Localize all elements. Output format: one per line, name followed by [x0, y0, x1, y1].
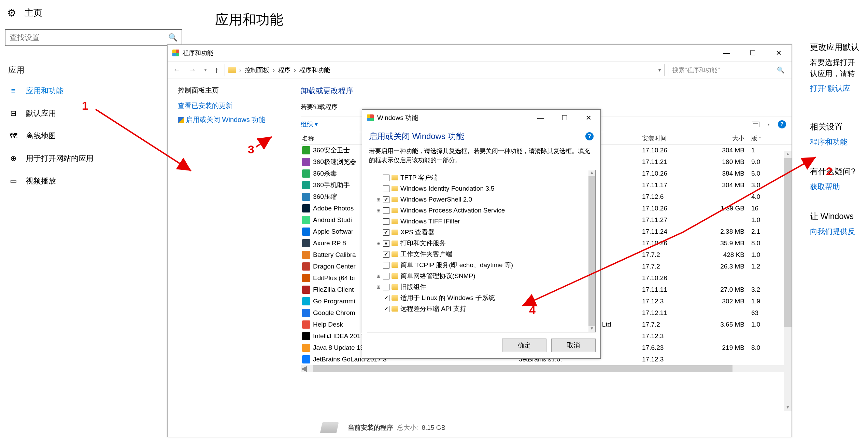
address-bar[interactable]: › 控制面板 › 程序 › 程序和功能 ▾ [225, 64, 665, 76]
settings-home-title[interactable]: 主页 [25, 7, 42, 19]
program-version: 63 [751, 309, 772, 317]
program-name: IntelliJ IDEA 2017.3 [313, 332, 370, 340]
view-dropdown-icon[interactable]: ▾ [768, 122, 770, 127]
feature-row[interactable]: Windows Identity Foundation 3.5 [367, 183, 595, 194]
tree-expander-icon[interactable]: ⊞ [376, 284, 381, 290]
feature-checkbox[interactable] [383, 185, 389, 192]
feature-row[interactable]: ⊞Windows Process Activation Service [367, 205, 595, 216]
program-size: 180 MB [693, 158, 751, 166]
feature-row[interactable]: TFTP 客户端 [367, 172, 595, 183]
feature-row[interactable]: 适用于 Linux 的 Windows 子系统 [367, 292, 595, 303]
feature-checkbox[interactable] [383, 262, 389, 269]
feature-row[interactable]: XPS 查看器 [367, 227, 595, 238]
ok-button[interactable]: 确定 [502, 339, 546, 352]
nav-back-button[interactable]: ← [171, 64, 183, 76]
tree-expander-icon[interactable]: ⊞ [376, 208, 381, 213]
explorer-title-bar[interactable]: 程序和功能 — ☐ ✕ [168, 45, 792, 61]
feature-row[interactable]: ⊞打印和文件服务 [367, 238, 595, 249]
gear-icon[interactable]: ⚙ [6, 8, 17, 18]
tree-expander-icon[interactable]: ⊞ [376, 197, 381, 202]
col-date-header[interactable]: 安装时间 [642, 134, 693, 142]
nav-forward-button[interactable]: → [187, 64, 198, 76]
organize-button[interactable]: 组织 ▾ [301, 120, 318, 128]
breadcrumb-0[interactable]: 控制面板 [245, 66, 269, 74]
program-date: 17.7.2 [642, 321, 693, 328]
dialog-close-button[interactable]: ✕ [577, 110, 600, 126]
feature-checkbox[interactable] [383, 295, 389, 301]
tree-expander-icon[interactable]: ⊞ [376, 240, 381, 246]
feature-label: 旧版组件 [400, 283, 426, 291]
feature-checkbox[interactable] [383, 207, 389, 214]
program-size: 219 MB [693, 344, 751, 352]
col-size-header[interactable]: 大小 [693, 134, 751, 142]
footer-total-label: 总大小: [397, 424, 418, 431]
address-folder-icon [228, 67, 236, 73]
address-dropdown-icon[interactable]: ▾ [658, 67, 661, 73]
search-icon: 🔍 [168, 33, 177, 42]
program-name: 360压缩 [313, 192, 337, 201]
turn-windows-features-link[interactable]: 启用或关闭 Windows 功能 [178, 115, 284, 124]
feature-checkbox[interactable] [383, 306, 389, 312]
settings-main-title: 应用和功能 [215, 10, 283, 29]
feature-checkbox[interactable] [383, 251, 389, 258]
program-icon [302, 228, 310, 236]
feature-checkbox[interactable] [383, 284, 389, 290]
col-ver-header[interactable]: 版 ˆ [751, 134, 772, 142]
program-date: 17.12.3 [642, 298, 693, 305]
feature-checkbox[interactable] [383, 175, 389, 181]
settings-search-input[interactable] [10, 33, 160, 42]
folder-icon [392, 273, 398, 279]
settings-search-box[interactable]: 🔍 [5, 29, 182, 46]
feature-checkbox[interactable] [383, 229, 389, 236]
right-link-default-apps[interactable]: 打开"默认应 [810, 83, 868, 94]
feature-checkbox[interactable] [383, 273, 389, 279]
feature-row[interactable]: ⊞Windows PowerShell 2.0 [367, 194, 595, 205]
feature-row[interactable]: ⊞旧版组件 [367, 281, 595, 292]
feature-checkbox[interactable] [383, 196, 389, 203]
horizontal-scrollbar[interactable]: ◀ ▶ [301, 365, 792, 372]
view-options-button[interactable] [752, 122, 759, 127]
control-panel-home-link[interactable]: 控制面板主页 [178, 86, 284, 95]
feature-row[interactable]: Windows TIFF IFilter [367, 216, 595, 227]
feature-row[interactable]: 工作文件夹客户端 [367, 249, 595, 260]
footer-total-size: 8.15 GB [422, 424, 445, 431]
vertical-scrollbar[interactable]: ▲ ▼ [784, 151, 792, 411]
explorer-search-box[interactable]: 搜索"程序和功能" 🔍 [669, 64, 788, 76]
feature-row[interactable]: 简单 TCPIP 服务(即 echo、daytime 等) [367, 260, 595, 271]
folder-icon [392, 186, 398, 191]
explorer-close-button[interactable]: ✕ [766, 45, 792, 61]
right-link-feedback[interactable]: 向我们提供反 [810, 226, 868, 237]
feature-row[interactable]: 远程差分压缩 API 支持 [367, 303, 595, 314]
program-version: 1.0 [751, 251, 772, 259]
sidebar-icon-3: ⊕ [8, 154, 18, 163]
program-name: 360手机助手 [313, 181, 350, 190]
tree-expander-icon[interactable]: ⊞ [376, 273, 381, 279]
breadcrumb-1[interactable]: 程序 [278, 66, 290, 74]
program-name: Android Studi [313, 216, 352, 224]
feature-checkbox[interactable] [383, 240, 389, 247]
program-date: 17.11.11 [642, 286, 693, 293]
help-icon[interactable]: ? [778, 120, 786, 128]
program-date: 17.10.26 [642, 205, 693, 212]
view-installed-updates-link[interactable]: 查看已安装的更新 [178, 101, 284, 110]
dialog-minimize-button[interactable]: — [529, 110, 553, 126]
right-link-get-help[interactable]: 获取帮助 [810, 181, 868, 192]
nav-history-button[interactable]: ▾ [202, 66, 209, 74]
dialog-maximize-button[interactable]: ☐ [553, 110, 577, 126]
breadcrumb-2[interactable]: 程序和功能 [299, 66, 330, 74]
cancel-button[interactable]: 取消 [551, 339, 596, 352]
right-link-programs-features[interactable]: 程序和功能 [810, 136, 868, 148]
tree-scrollbar[interactable]: ▲ ▼ [588, 170, 595, 332]
explorer-minimize-button[interactable]: — [714, 45, 740, 61]
explorer-title-text: 程序和功能 [183, 49, 213, 57]
explorer-maximize-button[interactable]: ☐ [740, 45, 766, 61]
feature-row[interactable]: ⊞简单网络管理协议(SNMP) [367, 271, 595, 281]
program-date: 17.7.2 [642, 263, 693, 270]
dialog-title-bar[interactable]: Windows 功能 — ☐ ✕ [362, 110, 600, 126]
feature-checkbox[interactable] [383, 218, 389, 225]
program-date: 17.12.6 [642, 193, 693, 201]
nav-up-button[interactable]: ↑ [213, 64, 220, 76]
settings-right-pane: 更改应用默认 若要选择打开 认应用，请转 打开"默认应 相关设置 程序和功能 有… [810, 34, 868, 237]
shield-icon [178, 117, 184, 123]
dialog-help-icon[interactable]: ? [585, 132, 594, 140]
